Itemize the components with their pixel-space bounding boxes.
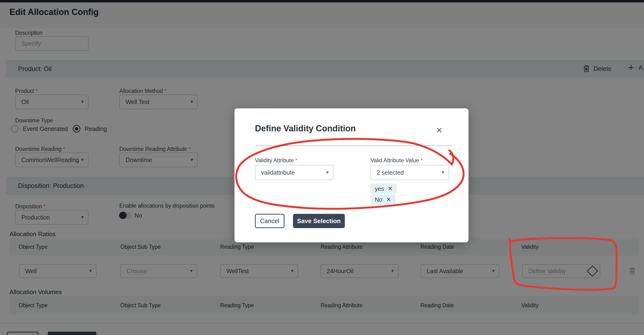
modal-divider <box>255 145 451 146</box>
required-mark: * <box>295 157 297 163</box>
chip-yes-label: yes <box>375 185 384 192</box>
chip-yes: yes ✕ <box>370 183 397 194</box>
validity-attribute-select-value: validattribute <box>261 169 295 176</box>
chip-remove-icon[interactable]: ✕ <box>388 185 393 192</box>
cancel-button[interactable]: Cancel <box>255 214 284 228</box>
validity-attribute-label: Validity Attribute* <box>255 157 297 164</box>
chip-no: No ✕ <box>370 194 395 205</box>
close-icon[interactable]: × <box>436 125 442 135</box>
chip-no-label: No <box>375 196 382 203</box>
save-selection-button[interactable]: Save Selection <box>293 214 345 228</box>
valid-attribute-value-label: Valid Attribute Value* <box>370 157 422 164</box>
valid-attribute-value-select[interactable]: 2 selected ▾ <box>370 165 449 180</box>
chip-remove-icon[interactable]: ✕ <box>386 196 391 203</box>
modal-title: Define Validity Condition <box>255 124 356 133</box>
valid-attribute-value-select-value: 2 selected <box>377 169 404 176</box>
define-validity-condition-modal: Define Validity Condition × Validity Att… <box>234 108 468 242</box>
validity-attribute-select[interactable]: validattribute ▾ <box>255 165 334 180</box>
chevron-down-icon: ▾ <box>442 169 444 175</box>
chevron-down-icon: ▾ <box>326 169 329 175</box>
required-mark: * <box>421 157 422 163</box>
edit-allocation-config-page: Edit Allocation Config Description Produ… <box>0 0 644 335</box>
